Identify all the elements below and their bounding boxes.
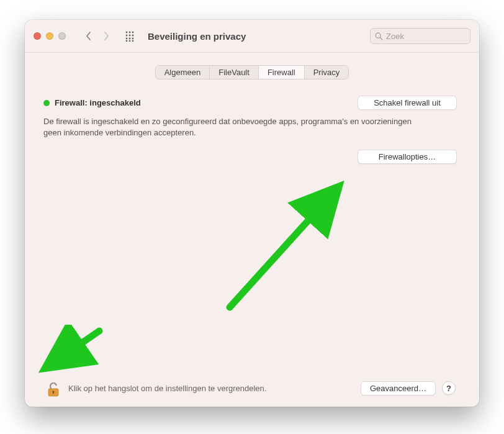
svg-rect-19 — [53, 392, 54, 394]
svg-point-4 — [128, 34, 130, 36]
firewall-options-row: Firewallopties… — [41, 150, 463, 164]
tab-bar: Algemeen FileVault Firewall Privacy — [155, 65, 349, 79]
help-button[interactable]: ? — [442, 381, 456, 395]
svg-point-2 — [132, 31, 133, 33]
minimize-window-button[interactable] — [46, 32, 53, 40]
svg-point-7 — [128, 37, 130, 39]
svg-line-15 — [50, 331, 99, 365]
svg-point-0 — [125, 31, 127, 33]
content-area: Algemeen FileVault Firewall Privacy Fire… — [25, 53, 479, 407]
lock-hint-text: Klik op het hangslot om de instellingen … — [68, 384, 266, 393]
tab-general[interactable]: Algemeen — [156, 66, 210, 79]
svg-point-5 — [132, 34, 133, 36]
window-title: Beveiliging en privacy — [148, 31, 246, 42]
preferences-window: Beveiliging en privacy Zoek Algemeen Fil… — [25, 20, 479, 407]
search-icon — [375, 32, 383, 40]
show-all-icon[interactable] — [123, 29, 138, 43]
search-input[interactable]: Zoek — [370, 28, 470, 44]
zoom-window-button[interactable] — [58, 32, 66, 40]
advanced-button[interactable]: Geavanceerd… — [361, 381, 436, 396]
close-window-button[interactable] — [34, 32, 41, 40]
lock-icon[interactable] — [45, 379, 62, 397]
footer: Klik op het hangslot om de instellingen … — [41, 371, 463, 407]
firewall-options-button[interactable]: Firewallopties… — [358, 150, 457, 164]
status-dot-icon — [43, 100, 50, 106]
svg-point-6 — [125, 37, 127, 39]
svg-line-13 — [380, 37, 382, 40]
traffic-lights — [34, 32, 66, 40]
tab-firewall[interactable]: Firewall — [259, 66, 305, 79]
back-button[interactable] — [81, 28, 97, 44]
svg-point-11 — [132, 40, 133, 41]
search-placeholder: Zoek — [386, 32, 404, 41]
svg-point-1 — [128, 31, 130, 33]
nav-buttons — [81, 28, 114, 44]
disable-firewall-button[interactable]: Schakel firewall uit — [358, 96, 457, 110]
svg-line-14 — [230, 191, 335, 307]
svg-point-8 — [132, 37, 133, 39]
firewall-description: De firewall is ingeschakeld en zo geconf… — [43, 116, 416, 138]
tab-filevault[interactable]: FileVault — [210, 66, 259, 79]
svg-point-3 — [125, 34, 127, 36]
firewall-status-row: Firewall: ingeschakeld Schakel firewall … — [41, 96, 463, 110]
svg-point-9 — [125, 40, 127, 41]
firewall-status-label: Firewall: ingeschakeld — [55, 98, 141, 107]
tab-privacy[interactable]: Privacy — [305, 66, 349, 79]
annotation-arrow-options — [211, 165, 372, 326]
titlebar: Beveiliging en privacy Zoek — [25, 20, 479, 52]
forward-button[interactable] — [98, 28, 114, 44]
svg-point-10 — [128, 40, 130, 41]
